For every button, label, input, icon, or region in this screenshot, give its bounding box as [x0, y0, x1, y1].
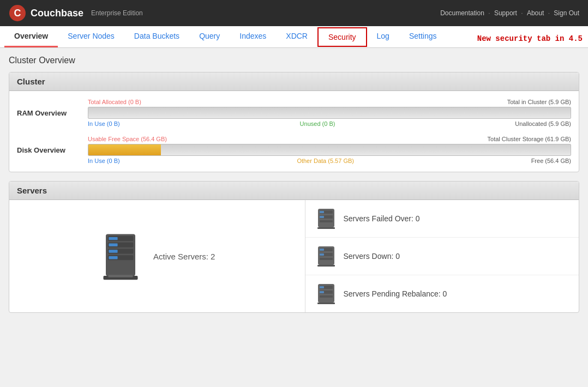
svg-rect-16: [320, 220, 333, 222]
servers-down-text: Servers Down: 0: [344, 252, 400, 261]
tab-overview[interactable]: Overview: [4, 26, 58, 47]
svg-text:C: C: [14, 8, 21, 19]
ram-unallocated-label: Unallocated (5.9 GB): [515, 120, 571, 127]
svg-rect-23: [320, 258, 333, 260]
servers-down-row: Servers Down: 0: [305, 238, 579, 275]
tab-indexes[interactable]: Indexes: [230, 26, 276, 47]
svg-rect-17: [320, 211, 324, 213]
disk-fill: [88, 144, 161, 155]
disk-overview-row: Disk Overview Usable Free Space (56.4 GB…: [17, 136, 571, 164]
tab-log[interactable]: Log: [367, 26, 399, 47]
ram-unused-label: Unused (0 B): [300, 120, 335, 127]
ram-inuse-label: In Use (0 B): [88, 120, 120, 127]
support-link[interactable]: Support: [494, 9, 517, 17]
servers-failed-over-text: Servers Failed Over: 0: [344, 214, 420, 223]
page-title: Cluster Overview: [9, 56, 579, 65]
ram-total-allocated: Total Allocated (0 B): [88, 99, 141, 105]
tab-xdcr[interactable]: XDCR: [276, 26, 317, 47]
active-servers-text: Active Servers: 2: [153, 252, 215, 261]
svg-rect-19: [317, 227, 335, 229]
svg-rect-24: [320, 249, 324, 251]
documentation-link[interactable]: Documentation: [440, 9, 484, 17]
servers-pending-text: Servers Pending Rebalance: 0: [344, 289, 447, 298]
svg-rect-8: [109, 244, 117, 246]
header-links: Documentation · Support · About · Sign O…: [440, 9, 579, 17]
logo-area: C Couchbase Enterprise Edition: [9, 4, 143, 22]
ram-total-cluster: Total in Cluster (5.9 GB): [507, 99, 571, 105]
server-tower-icon: [99, 232, 142, 281]
servers-heading: Servers: [9, 182, 579, 200]
tab-security[interactable]: Security: [317, 27, 367, 47]
app-header: C Couchbase Enterprise Edition Documenta…: [0, 0, 588, 26]
ram-overview-row: RAM Overview Total Allocated (0 B) Total…: [17, 99, 571, 127]
disk-overview-label: Disk Overview: [17, 146, 88, 154]
couchbase-logo-icon: C: [9, 4, 26, 22]
svg-rect-9: [109, 250, 117, 252]
svg-rect-33: [317, 303, 335, 304]
tab-settings[interactable]: Settings: [399, 26, 447, 47]
server-failed-icon: [316, 208, 336, 229]
ram-bar-area: Total Allocated (0 B) Total in Cluster (…: [88, 99, 571, 127]
svg-rect-10: [109, 256, 117, 259]
new-security-annotation: New security tab in 4.5: [477, 34, 583, 43]
ram-bar: [88, 107, 571, 119]
svg-rect-26: [317, 265, 335, 267]
cluster-heading: Cluster: [9, 72, 579, 91]
about-link[interactable]: About: [527, 9, 544, 17]
page-content: Cluster Overview Cluster RAM Overview To…: [0, 48, 588, 329]
server-pending-icon: [316, 283, 336, 305]
disk-otherdata-label: Other Data (5.57 GB): [297, 158, 354, 164]
disk-inuse-label: In Use (0 B): [88, 158, 120, 164]
svg-rect-32: [320, 291, 324, 293]
svg-rect-31: [320, 286, 324, 288]
logo-text: Couchbase: [31, 8, 83, 19]
servers-pending-row: Servers Pending Rebalance: 0: [305, 275, 579, 312]
nav-bar: Overview Server Nodes Data Buckets Query…: [0, 26, 588, 48]
servers-right: Servers Failed Over: 0 Servers Down: 0: [305, 200, 579, 312]
disk-bar: [88, 144, 571, 156]
logo-edition: Enterprise Edition: [91, 9, 143, 17]
tab-query[interactable]: Query: [189, 26, 230, 47]
disk-bar-area: Usable Free Space (56.4 GB) Total Cluste…: [88, 136, 571, 164]
cluster-body: RAM Overview Total Allocated (0 B) Total…: [9, 91, 579, 172]
svg-rect-7: [109, 237, 117, 240]
servers-failed-over-row: Servers Failed Over: 0: [305, 200, 579, 238]
servers-panel: Servers: [9, 181, 579, 313]
tab-server-nodes[interactable]: Server Nodes: [58, 26, 124, 47]
disk-free-label: Free (56.4 GB): [531, 158, 571, 164]
disk-total-cluster: Total Cluster Storage (61.9 GB): [488, 136, 571, 142]
tab-data-buckets[interactable]: Data Buckets: [124, 26, 189, 47]
svg-rect-30: [320, 295, 333, 298]
servers-body: Active Servers: 2 Servers Failed Over: 0: [9, 200, 579, 312]
server-down-icon: [316, 245, 336, 267]
disk-usable-free: Usable Free Space (56.4 GB): [88, 136, 167, 142]
servers-left: Active Servers: 2: [9, 200, 305, 312]
sign-out-link[interactable]: Sign Out: [554, 9, 579, 17]
ram-overview-label: RAM Overview: [17, 109, 88, 117]
svg-rect-12: [109, 275, 133, 277]
svg-rect-18: [320, 216, 324, 218]
cluster-panel: Cluster RAM Overview Total Allocated (0 …: [9, 72, 579, 172]
svg-rect-25: [320, 253, 324, 256]
